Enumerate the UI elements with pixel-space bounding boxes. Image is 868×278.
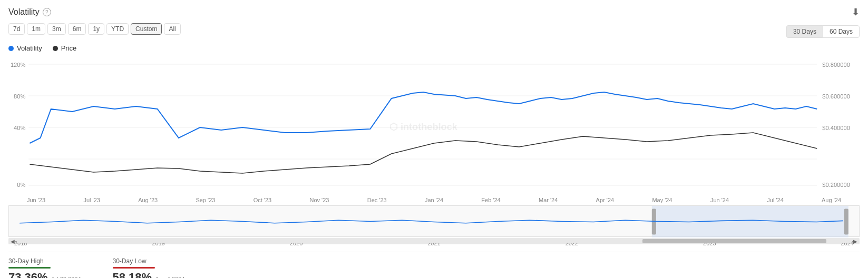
stat-low-date: Aug 4 2024 (155, 276, 184, 278)
x-axis: Jun '23 Jul '23 Aug '23 Sep '23 Oct '23 … (8, 195, 860, 203)
stat-high-value: 73.36% (8, 271, 48, 278)
svg-text:0%: 0% (17, 182, 25, 188)
svg-text:$0.200000: $0.200000 (822, 182, 850, 188)
window-button-group: 30 Days 60 Days (786, 25, 860, 38)
svg-text:⬡ intotheblock: ⬡ intotheblock (389, 122, 458, 132)
stat-low-value: 58.18% (113, 271, 152, 278)
filter-1m[interactable]: 1m (27, 23, 45, 35)
legend-volatility: Volatility (8, 44, 42, 52)
download-icon[interactable]: ⬇ (852, 6, 860, 18)
svg-text:120%: 120% (11, 62, 26, 68)
x-label-apr24: Apr '24 (596, 197, 615, 203)
filter-6m[interactable]: 6m (68, 23, 86, 35)
svg-text:$0.800000: $0.800000 (822, 62, 850, 68)
x-label-feb24: Feb '24 (481, 197, 500, 203)
x-label-aug23: Aug '23 (138, 197, 158, 203)
filter-ytd[interactable]: YTD (106, 23, 129, 35)
stat-low-line (113, 267, 155, 269)
x-label-may24: May '24 (652, 197, 672, 203)
x-label-oct23: Oct '23 (253, 197, 272, 203)
main-chart-svg: 120% 80% 40% 0% $0.800000 $0.600000 $0.4… (8, 56, 860, 193)
filter-7d[interactable]: 7d (8, 23, 25, 35)
window-60-days[interactable]: 60 Days (823, 25, 860, 38)
stats-section: 30-Day High 73.36% Jul 30 2024 30-Day Lo… (8, 252, 860, 278)
chart-title: Volatility (8, 7, 40, 17)
filter-all[interactable]: All (164, 23, 180, 35)
stat-high-line (8, 267, 51, 269)
stat-30day-low: 30-Day Low 58.18% Aug 4 2024 (113, 257, 185, 278)
mini-chart-area: 2018 2019 2020 2021 2022 2023 2024 (8, 205, 860, 237)
svg-text:$0.400000: $0.400000 (822, 125, 850, 131)
stat-low-label: 30-Day Low (113, 257, 185, 265)
x-label-mar24: Mar '24 (539, 197, 558, 203)
x-label-jan24: Jan '24 (425, 197, 443, 203)
filter-custom[interactable]: Custom (131, 23, 162, 35)
legend-price: Price (53, 44, 77, 52)
main-chart-area: 120% 80% 40% 0% $0.800000 $0.600000 $0.4… (8, 56, 860, 203)
stat-30day-high: 30-Day High 73.36% Jul 30 2024 (8, 257, 81, 278)
x-label-jun23: Jun '23 (27, 197, 45, 203)
window-30-days[interactable]: 30 Days (786, 25, 823, 38)
x-label-jun24: Jun '24 (710, 197, 729, 203)
scroll-thumb[interactable] (642, 239, 826, 243)
legend-volatility-dot (8, 46, 14, 51)
svg-text:$0.600000: $0.600000 (822, 93, 850, 100)
x-label-nov23: Nov '23 (309, 197, 329, 203)
svg-text:40%: 40% (14, 125, 25, 131)
x-label-sep23: Sep '23 (196, 197, 215, 203)
time-filter-bar: 7d 1m 3m 6m 1y YTD Custom All (8, 23, 181, 35)
filter-3m[interactable]: 3m (47, 23, 66, 35)
info-icon[interactable]: ? (43, 8, 51, 16)
legend-price-dot (53, 46, 58, 51)
x-label-jul23: Jul '23 (83, 197, 100, 203)
stat-high-date: Jul 30 2024 (51, 276, 81, 278)
filter-1y[interactable]: 1y (88, 23, 104, 35)
chart-legend: Volatility Price (8, 44, 860, 52)
mini-chart-svg (9, 206, 859, 237)
x-label-aug24: Aug '24 (822, 197, 841, 203)
svg-text:80%: 80% (14, 93, 25, 100)
x-label-jul24: Jul '24 (767, 197, 783, 203)
svg-rect-16 (844, 208, 849, 234)
stat-high-label: 30-Day High (8, 257, 81, 265)
x-label-dec23: Dec '23 (367, 197, 387, 203)
